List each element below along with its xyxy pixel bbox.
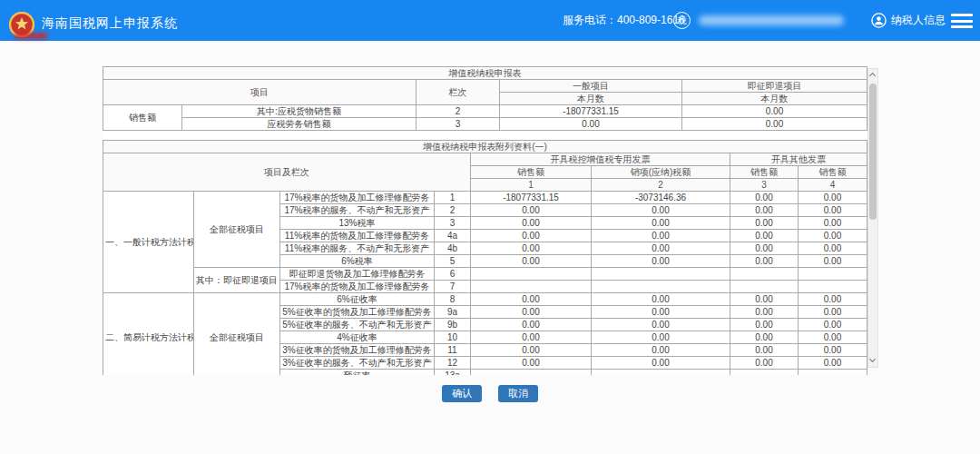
taxpayer-info-button[interactable]: 纳税人信息: [871, 0, 946, 41]
table-row: 其中：即征即退项目 即征即退货物及加工修理修配劳务 6: [103, 268, 867, 281]
row-label: 6%征收率: [280, 293, 435, 306]
row-label: 13%税率: [280, 217, 435, 230]
col-header-line: 栏次: [416, 80, 500, 105]
tax-badge-icon: 税: [673, 12, 691, 29]
table-row: 二、简易计税方法计税 全部征税项目 6%征收率 8 0.00 0.00 0.00…: [103, 293, 867, 306]
row-label: 3%征收率的服务、不动产和无形资产: [280, 357, 435, 370]
cell-value: 0.00: [682, 105, 867, 118]
scroll-down-button[interactable]: [868, 354, 877, 367]
col-subheader-output-tax: 销项(应纳)税额: [592, 166, 730, 179]
cell-value: 0.00: [730, 357, 799, 370]
app-title: 海南国税网上申报系统: [42, 3, 178, 44]
cell-value: 0.00: [592, 242, 730, 255]
row-label: 5%征收率的货物及加工修理修配劳务: [280, 306, 435, 319]
table2-title: 增值税纳税申报表附列资料(一): [103, 141, 867, 153]
col-subheader-month: 本月数: [500, 93, 682, 105]
cell-value: 0.00: [730, 192, 799, 204]
line-number: 4b: [435, 242, 471, 255]
col-header-item: 项目: [103, 80, 416, 105]
cell-value: 0.00: [471, 319, 592, 331]
row-label: 11%税率的货物及加工修理修配劳务: [280, 230, 435, 242]
table-row: 销售额 其中:应税货物销售额 2 -18077331.15 0.00: [103, 105, 867, 118]
cell-value: 0.00: [471, 242, 592, 255]
subgroup-label: 全部征税项目: [194, 293, 280, 376]
cell-value: [799, 281, 867, 293]
method-group-label: 二、简易计税方法计税: [103, 293, 194, 376]
cell-value: 0.00: [471, 306, 592, 319]
cell-value: 0.00: [471, 344, 592, 357]
table1-title: 增值税纳税申报表: [103, 67, 867, 80]
row-label: 17%税率的货物及加工修理修配劳务: [280, 192, 435, 204]
cell-value: 0.00: [799, 255, 867, 268]
col-subheader-sales: 销售额: [799, 166, 867, 179]
cell-value: 0.00: [799, 331, 867, 344]
line-number: 2: [435, 204, 471, 217]
cell-value: -3073146.36: [592, 192, 730, 204]
emblem-caption-redacted: [15, 33, 47, 39]
cell-value: 0.00: [471, 357, 592, 370]
cell-value: 0.00: [730, 306, 799, 319]
cell-value: [730, 268, 799, 281]
line-number: 13a: [435, 370, 471, 376]
cell-value: 0.00: [730, 204, 799, 217]
col-header-item-line: 项目及栏次: [103, 153, 471, 192]
declaration-form-scroll-area: 增值税纳税申报表 项目 栏次 一般项目 即征即退项目 本月数 本月数 销售额 其…: [103, 66, 867, 375]
cell-value: 0.00: [592, 357, 730, 370]
row-label: 11%税率的服务、不动产和无形资产: [280, 242, 435, 255]
scroll-up-button[interactable]: [868, 69, 877, 82]
cell-value: 0.00: [592, 217, 730, 230]
menu-icon[interactable]: [951, 14, 973, 28]
cell-value: 0.00: [592, 204, 730, 217]
cell-value: 0.00: [799, 217, 867, 230]
row-label: 即征即退货物及加工修理修配劳务: [280, 268, 435, 281]
col-subheader-sales: 销售额: [730, 166, 799, 179]
cell-value: 0.00: [592, 293, 730, 306]
cell-value: [592, 281, 730, 293]
row-label: 3%征收率的货物及加工修理修配劳务: [280, 344, 435, 357]
row-label: 6%税率: [280, 255, 435, 268]
col-header-general: 一般项目: [500, 80, 682, 93]
vertical-scrollbar[interactable]: [867, 68, 878, 368]
cell-value: [730, 370, 799, 376]
cell-value: 0.00: [471, 331, 592, 344]
cell-value: [592, 268, 730, 281]
row-label: 其中:应税货物销售额: [182, 105, 416, 118]
cell-value: 0.00: [799, 357, 867, 370]
cell-value: 0.00: [592, 319, 730, 331]
cancel-button[interactable]: 取消: [498, 385, 538, 402]
cell-value: 0.00: [592, 331, 730, 344]
method-group-label: 一、一般计税方法计税: [103, 192, 194, 293]
cell-value: 0.00: [592, 230, 730, 242]
taxpayer-info-label: 纳税人信息: [891, 13, 946, 28]
cell-value: 0.00: [799, 192, 867, 204]
line-number: 5: [435, 255, 471, 268]
user-icon: [871, 13, 887, 28]
cell-value: 0.00: [730, 319, 799, 331]
line-number: 3: [435, 217, 471, 230]
cell-value: 0.00: [471, 255, 592, 268]
col-number: 4: [799, 179, 867, 192]
cell-value: [799, 370, 867, 376]
cell-value: 0.00: [592, 306, 730, 319]
scrollbar-thumb[interactable]: [869, 84, 877, 220]
cell-value: 0.00: [730, 242, 799, 255]
line-number: 1: [435, 192, 471, 204]
line-number: 2: [416, 105, 500, 118]
subgroup-label: 全部征税项目: [194, 192, 280, 268]
row-label: 17%税率的货物及加工修理修配劳务: [280, 281, 435, 293]
cell-value: 0.00: [799, 242, 867, 255]
confirm-button[interactable]: 确认: [442, 385, 482, 402]
cell-value: 0.00: [471, 217, 592, 230]
cell-value: [471, 281, 592, 293]
cell-value: 0.00: [471, 204, 592, 217]
line-number: 3: [416, 118, 500, 131]
vat-attachment-table: 增值税纳税申报表附列资料(一) 项目及栏次 开具税控增值税专用发票 开具其他发票…: [103, 140, 867, 375]
cell-value: [730, 281, 799, 293]
cell-value: 0.00: [730, 255, 799, 268]
action-button-row: 确认 取消: [0, 385, 980, 402]
cell-value: 0.00: [799, 204, 867, 217]
cell-value: [799, 268, 867, 281]
line-number: 10: [435, 331, 471, 344]
col-header-refund: 即征即退项目: [682, 80, 867, 93]
cell-value: 0.00: [799, 319, 867, 331]
